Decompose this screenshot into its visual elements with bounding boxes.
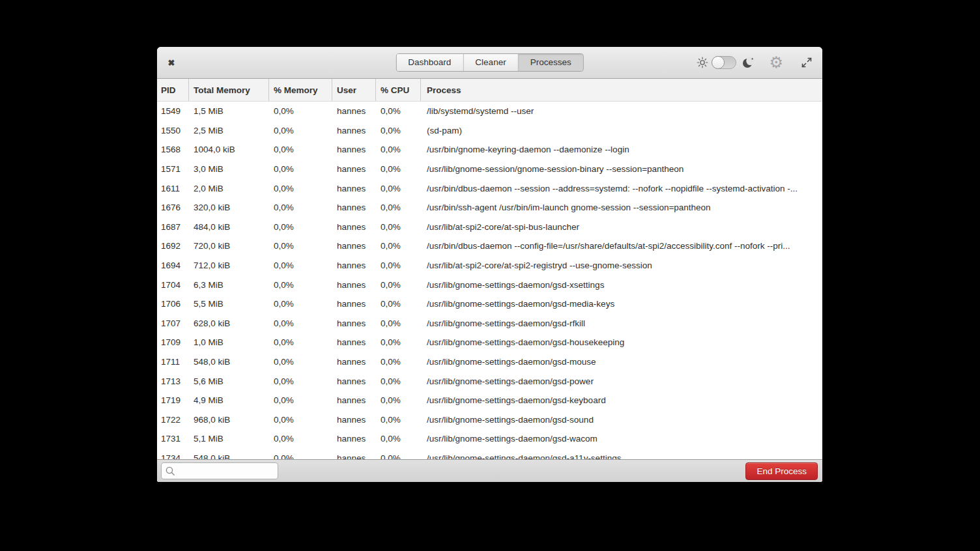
- sun-icon: [697, 57, 708, 68]
- moon-icon: [742, 56, 755, 69]
- table-row[interactable]: 1687484,0 kiB0,0%hannes0,0%/usr/lib/at-s…: [157, 218, 822, 237]
- cell-process: /usr/lib/gnome-settings-daemon/gsd-media…: [421, 299, 822, 309]
- column-header-process[interactable]: Process: [421, 79, 822, 101]
- tab-dashboard[interactable]: Dashboard: [396, 54, 463, 71]
- cell-percent-cpu: 0,0%: [376, 318, 421, 328]
- table-row[interactable]: 17065,5 MiB0,0%hannes0,0%/usr/lib/gnome-…: [157, 294, 822, 314]
- cell-total-memory: 5,6 MiB: [189, 376, 269, 386]
- cell-user: hannes: [332, 318, 376, 328]
- column-header-user[interactable]: User: [332, 79, 376, 101]
- cell-percent-cpu: 0,0%: [376, 376, 421, 386]
- cell-pid: 1706: [157, 299, 189, 309]
- cell-process: /usr/bin/ssh-agent /usr/bin/im-launch gn…: [421, 203, 822, 212]
- cell-user: hannes: [332, 376, 376, 386]
- cell-percent-cpu: 0,0%: [376, 164, 421, 174]
- cell-total-memory: 484,0 kiB: [189, 222, 269, 232]
- table-row[interactable]: 17091,0 MiB0,0%hannes0,0%/usr/lib/gnome-…: [157, 333, 822, 352]
- cell-percent-cpu: 0,0%: [376, 203, 421, 212]
- cell-percent-cpu: 0,0%: [376, 184, 421, 193]
- cell-total-memory: 5,5 MiB: [189, 299, 269, 309]
- cell-process: /usr/bin/gnome-keyring-daemon --daemoniz…: [421, 145, 822, 154]
- close-window-button[interactable]: ✖: [166, 59, 177, 67]
- cell-user: hannes: [332, 453, 376, 459]
- cell-percent-memory: 0,0%: [269, 126, 332, 135]
- table-row[interactable]: 1711548,0 kiB0,0%hannes0,0%/usr/lib/gnom…: [157, 352, 822, 372]
- theme-toggle-switch[interactable]: [712, 56, 736, 69]
- cell-percent-memory: 0,0%: [269, 434, 332, 444]
- column-header-pid[interactable]: PID: [157, 79, 189, 101]
- end-process-button[interactable]: End Process: [745, 462, 818, 480]
- table-row[interactable]: 15502,5 MiB0,0%hannes0,0%(sd-pam): [157, 121, 822, 141]
- cell-total-memory: 1004,0 kiB: [189, 145, 269, 154]
- cell-percent-cpu: 0,0%: [376, 337, 421, 347]
- tab-processes[interactable]: Processes: [519, 54, 583, 71]
- table-row[interactable]: 1734548,0 kiB0,0%hannes0,0%/usr/lib/gnom…: [157, 449, 822, 459]
- cell-percent-memory: 0,0%: [269, 241, 332, 251]
- column-header-total-memory[interactable]: Total Memory: [189, 79, 269, 101]
- cell-total-memory: 4,9 MiB: [189, 395, 269, 405]
- cell-process: /usr/lib/gnome-settings-daemon/gsd-power: [421, 376, 822, 386]
- column-header-percent-cpu[interactable]: % CPU: [376, 79, 421, 101]
- cell-pid: 1707: [157, 318, 189, 328]
- cell-process: (sd-pam): [421, 126, 822, 135]
- cell-total-memory: 712,0 kiB: [189, 261, 269, 270]
- table-row[interactable]: 1707628,0 kiB0,0%hannes0,0%/usr/lib/gnom…: [157, 314, 822, 333]
- cell-pid: 1692: [157, 241, 189, 251]
- table-row[interactable]: 17315,1 MiB0,0%hannes0,0%/usr/lib/gnome-…: [157, 429, 822, 449]
- table-row[interactable]: 17194,9 MiB0,0%hannes0,0%/usr/lib/gnome-…: [157, 391, 822, 410]
- cell-total-memory: 1,5 MiB: [189, 106, 269, 116]
- cell-process: /usr/bin/dbus-daemon --session --address…: [421, 184, 822, 193]
- tab-cleaner[interactable]: Cleaner: [463, 54, 518, 71]
- cell-percent-cpu: 0,0%: [376, 222, 421, 232]
- cell-user: hannes: [332, 299, 376, 309]
- search-input[interactable]: [176, 463, 278, 479]
- cell-percent-cpu: 0,0%: [376, 106, 421, 116]
- cell-process: /lib/systemd/systemd --user: [421, 106, 822, 116]
- cell-pid: 1713: [157, 376, 189, 386]
- table-row[interactable]: 1676320,0 kiB0,0%hannes0,0%/usr/bin/ssh-…: [157, 198, 822, 218]
- app-window: ✖ Dashboard Cleaner Processes: [157, 47, 822, 482]
- cell-process: /usr/lib/at-spi2-core/at-spi-bus-launche…: [421, 222, 822, 232]
- cell-percent-cpu: 0,0%: [376, 299, 421, 309]
- cell-pid: 1709: [157, 337, 189, 347]
- cell-percent-memory: 0,0%: [269, 357, 332, 367]
- cell-user: hannes: [332, 203, 376, 212]
- cell-user: hannes: [332, 126, 376, 135]
- search-icon: [165, 466, 176, 477]
- column-header-percent-memory[interactable]: % Memory: [269, 79, 332, 101]
- cell-process: /usr/lib/gnome-settings-daemon/gsd-wacom: [421, 434, 822, 444]
- table-row[interactable]: 15713,0 MiB0,0%hannes0,0%/usr/lib/gnome-…: [157, 160, 822, 179]
- cell-user: hannes: [332, 261, 376, 270]
- cell-user: hannes: [332, 184, 376, 193]
- table-row[interactable]: 15491,5 MiB0,0%hannes0,0%/lib/systemd/sy…: [157, 102, 822, 121]
- table-row[interactable]: 1694712,0 kiB0,0%hannes0,0%/usr/lib/at-s…: [157, 256, 822, 276]
- cell-user: hannes: [332, 145, 376, 154]
- table-row[interactable]: 17135,6 MiB0,0%hannes0,0%/usr/lib/gnome-…: [157, 371, 822, 391]
- cell-percent-memory: 0,0%: [269, 184, 332, 193]
- table-row[interactable]: 17046,3 MiB0,0%hannes0,0%/usr/lib/gnome-…: [157, 275, 822, 294]
- cell-percent-memory: 0,0%: [269, 145, 332, 154]
- search-box[interactable]: [161, 462, 278, 479]
- cell-process: /usr/lib/gnome-settings-daemon/gsd-mouse: [421, 357, 822, 367]
- process-table-body: 15491,5 MiB0,0%hannes0,0%/lib/systemd/sy…: [157, 102, 822, 459]
- cell-percent-memory: 0,0%: [269, 261, 332, 270]
- cell-percent-cpu: 0,0%: [376, 395, 421, 405]
- cell-percent-memory: 0,0%: [269, 453, 332, 459]
- table-row[interactable]: 1722968,0 kiB0,0%hannes0,0%/usr/lib/gnom…: [157, 410, 822, 430]
- cell-percent-memory: 0,0%: [269, 203, 332, 212]
- cell-total-memory: 320,0 kiB: [189, 203, 269, 212]
- cell-total-memory: 6,3 MiB: [189, 280, 269, 290]
- gear-icon[interactable]: ⚙: [769, 55, 783, 70]
- cell-user: hannes: [332, 415, 376, 425]
- toggle-knob[interactable]: [712, 56, 725, 69]
- cell-total-memory: 968,0 kiB: [189, 415, 269, 425]
- cell-percent-cpu: 0,0%: [376, 415, 421, 425]
- table-row[interactable]: 1692720,0 kiB0,0%hannes0,0%/usr/bin/dbus…: [157, 236, 822, 256]
- table-row[interactable]: 16112,0 MiB0,0%hannes0,0%/usr/bin/dbus-d…: [157, 178, 822, 198]
- cell-total-memory: 548,0 kiB: [189, 357, 269, 367]
- cell-percent-memory: 0,0%: [269, 337, 332, 347]
- cell-pid: 1719: [157, 395, 189, 405]
- table-row[interactable]: 15681004,0 kiB0,0%hannes0,0%/usr/bin/gno…: [157, 140, 822, 160]
- expand-fullscreen-icon[interactable]: [800, 56, 813, 69]
- cell-pid: 1711: [157, 357, 189, 367]
